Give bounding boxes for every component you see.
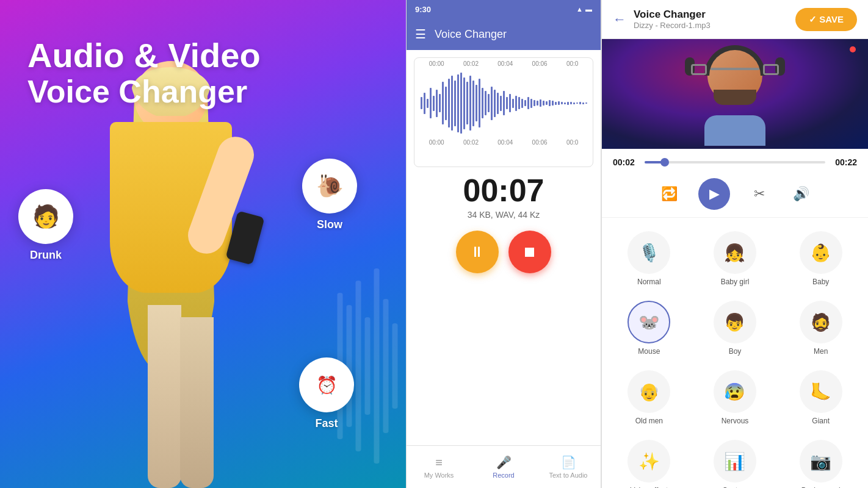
save-button[interactable]: ✓ SAVE [795, 8, 857, 31]
normal-icon-wrap: 🎙️ [627, 231, 670, 274]
effect-normal[interactable]: 🎙️ Normal [608, 226, 690, 291]
svg-rect-6 [392, 323, 398, 409]
waveform-container: 00:00 00:02 00:04 00:06 00:0 [414, 57, 593, 167]
effect-voice-effect[interactable]: ✨ Voice effect [608, 435, 690, 488]
menu-icon[interactable]: ☰ [415, 27, 426, 41]
svg-rect-2 [356, 281, 361, 451]
fast-label: Fast [315, 417, 338, 430]
progress-section: 00:02 00:22 [602, 149, 868, 173]
effect-baby-girl[interactable]: 👧 Baby girl [694, 226, 776, 291]
effect-background[interactable]: 📷 Background [779, 435, 862, 488]
mouse-icon-wrap: 🐭 [627, 301, 670, 343]
playback-controls: 🔁 ▶ ✂ 🔊 [602, 173, 868, 218]
badge-drunk: 🧑 Drunk [18, 189, 73, 262]
men-icon-wrap: 🧔 [800, 301, 842, 343]
drunk-label: Drunk [30, 249, 62, 262]
background-icon-wrap: 📷 [800, 440, 842, 483]
pause-button[interactable]: ⏸ [456, 231, 499, 273]
pause-icon: ⏸ [470, 243, 485, 260]
effect-boy[interactable]: 👦 Boy [694, 296, 776, 361]
effect-custom[interactable]: 📊 Custom [694, 435, 776, 488]
right-panel: ← Voice Changer Dizzy - Record-1.mp3 ✓ S… [601, 0, 868, 488]
men-label: Men [814, 347, 828, 356]
effect-nervous[interactable]: 😰 Nervous [694, 365, 776, 430]
progress-thumb[interactable] [660, 158, 669, 167]
baby-girl-label: Baby girl [721, 278, 750, 286]
myworks-icon: ≡ [435, 456, 443, 470]
phone-mockup: 9:30 ▲ ▬ ☰ Voice Changer 00:00 00:02 00:… [406, 0, 601, 488]
recording-info: 34 KB, WAV, 44 Kz [468, 210, 540, 220]
phone-screen: 9:30 ▲ ▬ ☰ Voice Changer 00:00 00:02 00:… [407, 0, 601, 488]
back-button[interactable]: ← [613, 12, 626, 27]
wifi-icon: ▲ [576, 5, 583, 13]
svg-rect-4 [374, 268, 380, 464]
time-total: 00:22 [833, 157, 857, 167]
effect-men[interactable]: 🧔 Men [779, 296, 862, 361]
baby-label: Baby [812, 278, 829, 286]
effect-mouse[interactable]: 🐭 Mouse [608, 296, 690, 361]
phone-nav-record[interactable]: 🎤 Record [471, 446, 536, 488]
svg-rect-5 [383, 299, 389, 433]
stop-icon: ⏹ [523, 243, 537, 260]
custom-icon-wrap: 📊 [714, 440, 756, 483]
nervous-icon-wrap: 😰 [714, 370, 756, 413]
baby-girl-icon-wrap: 👧 [714, 231, 756, 274]
header-subtitle: Dizzy - Record-1.mp3 [634, 21, 788, 30]
record-label: Record [493, 472, 514, 479]
repeat-button[interactable]: 🔁 [657, 182, 681, 206]
text-icon: 📄 [561, 455, 576, 470]
mouse-label: Mouse [638, 347, 660, 356]
waveform-visual [414, 70, 593, 137]
cut-button[interactable]: ✂ [747, 182, 772, 206]
phone-status-bar: 9:30 ▲ ▬ [407, 0, 601, 18]
phone-bottom-nav: ≡ My Works 🎤 Record 📄 Text to Audio [407, 445, 601, 488]
effects-grid: 🎙️ Normal 👧 Baby girl 👶 Baby 🐭 Mouse [602, 218, 868, 488]
waveform-times-bottom: 00:00 00:02 00:04 00:06 00:0 [414, 137, 593, 148]
video-thumbnail [602, 39, 868, 149]
nervous-label: Nervous [722, 417, 749, 425]
cut-icon: ✂ [754, 186, 765, 202]
phone-header-title: Voice Changer [435, 28, 507, 41]
old-men-label: Old men [635, 417, 663, 425]
left-panel: Audio & Video Voice Changer 🧑 [0, 0, 406, 488]
play-icon: ▶ [709, 186, 720, 202]
title-line1: Audio & Video [27, 37, 261, 74]
play-button[interactable]: ▶ [698, 178, 730, 210]
badge-slow: 🐌 Slow [302, 159, 357, 231]
phone-nav-text[interactable]: 📄 Text to Audio [536, 446, 601, 488]
header-info: Voice Changer Dizzy - Record-1.mp3 [634, 9, 788, 30]
boy-label: Boy [729, 347, 742, 356]
recording-controls: ⏸ ⏹ [456, 231, 551, 273]
record-icon: 🎤 [496, 455, 512, 470]
slow-circle: 🐌 [302, 159, 357, 214]
stop-button[interactable]: ⏹ [508, 231, 551, 273]
effect-giant[interactable]: 🦶 Giant [779, 365, 862, 430]
volume-button[interactable]: 🔊 [789, 182, 813, 206]
boy-icon-wrap: 👦 [714, 301, 756, 343]
repeat-icon: 🔁 [661, 186, 678, 202]
effect-baby[interactable]: 👶 Baby [779, 226, 862, 291]
giant-icon-wrap: 🦶 [800, 370, 842, 413]
baby-icon-wrap: 👶 [800, 231, 842, 274]
phone-content: 00:00 00:02 00:04 00:06 00:0 [407, 50, 601, 445]
svg-rect-3 [365, 317, 371, 415]
fast-circle: ⏰ [299, 357, 354, 412]
progress-bar[interactable] [645, 161, 825, 163]
effect-old-men[interactable]: 👴 Old men [608, 365, 690, 430]
phone-nav-myworks[interactable]: ≡ My Works [407, 446, 471, 488]
text-label: Text to Audio [549, 472, 588, 479]
time-current: 00:02 [613, 157, 637, 167]
myworks-label: My Works [424, 472, 454, 479]
title-line2: Voice Changer [27, 74, 261, 109]
battery-icon: ▬ [585, 5, 592, 13]
waveform-times-top: 00:00 00:02 00:04 00:06 00:0 [414, 58, 593, 70]
giant-label: Giant [812, 417, 830, 425]
normal-label: Normal [637, 278, 661, 286]
drunk-circle: 🧑 [18, 189, 73, 244]
slow-label: Slow [317, 218, 342, 231]
recording-time: 00:07 [463, 172, 544, 209]
status-time: 9:30 [415, 5, 431, 14]
voice-effect-icon-wrap: ✨ [627, 440, 670, 483]
header-title: Voice Changer [634, 9, 788, 21]
girl-figure [49, 49, 293, 488]
